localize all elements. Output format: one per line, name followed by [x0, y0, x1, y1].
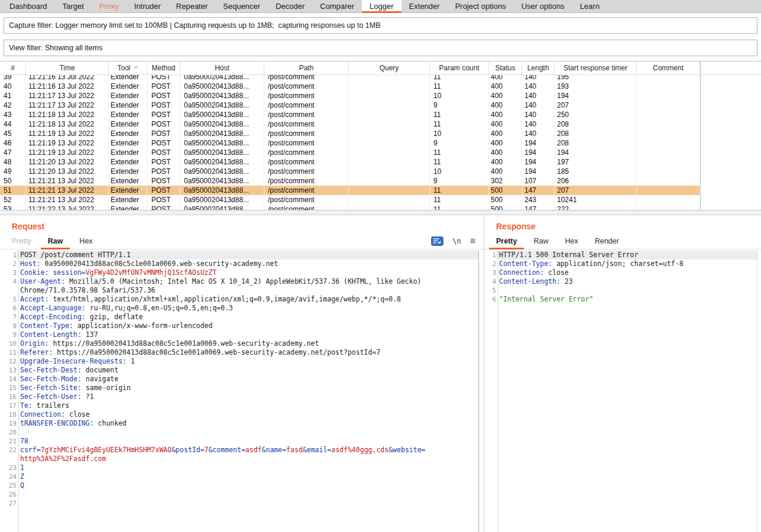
line-content: Content-Type: application/x-www-form-url… [17, 322, 478, 330]
top-tab-proxy[interactable]: Proxy [92, 0, 127, 12]
log-row-41[interactable]: 4111:21:17 13 Jul 2022ExtenderPOST0a9500… [0, 91, 761, 100]
top-tab-decoder[interactable]: Decoder [268, 0, 312, 12]
cell-tool: Extender [109, 148, 147, 157]
editor-line: 5 [484, 286, 757, 295]
top-tab-project-options[interactable]: Project options [448, 0, 514, 12]
cell-comment [637, 91, 700, 100]
cell-filler [700, 205, 761, 210]
line-number: 24 [0, 472, 17, 481]
newline-icon[interactable]: \n [452, 237, 461, 245]
line-content: Connection: close [17, 410, 478, 419]
log-row-52[interactable]: 5211:21:21 13 Jul 2022ExtenderPOST0a9500… [0, 195, 761, 205]
response-editor[interactable]: 1HTTP/1.1 500 Internal Server Error2Cont… [484, 251, 757, 532]
log-row-39[interactable]: 3911:21:16 13 Jul 2022ExtenderPOST0a9500… [0, 75, 761, 82]
top-tab-intruder[interactable]: Intruder [127, 0, 169, 12]
column-header-host[interactable]: Host [180, 61, 264, 74]
line-content: Sec-Fetch-Site: same-origin [17, 384, 478, 392]
cell-host: 0a9500020413d88... [180, 157, 264, 167]
line-number: 12 [0, 357, 17, 366]
log-row-53[interactable]: 5311:21:22 13 Jul 2022ExtenderPOST0a9500… [0, 205, 761, 210]
column-header-status[interactable]: Status [489, 61, 522, 74]
top-tab-comparer[interactable]: Comparer [312, 0, 362, 12]
response-tab-pretty[interactable]: Pretty [496, 235, 517, 249]
cell-tool: Extender [109, 138, 147, 148]
cell-id: 46 [0, 138, 26, 148]
response-panel-title: Response [484, 215, 761, 231]
log-row-46[interactable]: 4611:21:19 13 Jul 2022ExtenderPOST0a9500… [0, 138, 761, 148]
top-tab-repeater[interactable]: Repeater [169, 0, 215, 12]
line-number: 13 [0, 366, 17, 375]
cell-start-response-timer: 207 [555, 186, 637, 195]
log-row-44[interactable]: 4411:21:18 13 Jul 2022ExtenderPOST0a9500… [0, 119, 761, 129]
log-row-45[interactable]: 4511:21:19 13 Jul 2022ExtenderPOST0a9500… [0, 129, 761, 138]
cell-length: 140 [522, 100, 555, 110]
editor-line: 7Accept-Encoding: gzip, deflate [0, 313, 478, 322]
column-label: Comment [653, 64, 684, 72]
response-tab-hex[interactable]: Hex [565, 235, 578, 249]
line-number: 6 [484, 295, 496, 304]
capture-filter-text: Capture filter: Logger memory limit set … [9, 21, 381, 30]
top-tab-dashboard[interactable]: Dashboard [2, 0, 55, 12]
request-editor[interactable]: 1POST /post/comment HTTP/1.12Host: 0a950… [0, 251, 479, 532]
pretty-print-icon[interactable] [431, 236, 443, 246]
cell-param-count: 10 [430, 129, 489, 138]
editor-line: 4Content-Length: 23 [484, 277, 757, 286]
line-content [17, 490, 478, 499]
cell-query [349, 176, 430, 186]
log-row-50[interactable]: 5011:21:21 13 Jul 2022ExtenderPOST0a9500… [0, 176, 761, 186]
cell-path: /post/comment [264, 119, 349, 129]
log-row-47[interactable]: 4711:21:19 13 Jul 2022ExtenderPOST0a9500… [0, 148, 761, 157]
log-row-42[interactable]: 4211:21:17 13 Jul 2022ExtenderPOST0a9500… [0, 100, 761, 110]
request-tab-hex[interactable]: Hex [79, 235, 92, 249]
cell-comment [637, 119, 700, 129]
column-header-tool[interactable]: Tool^ [109, 61, 147, 74]
column-header-number[interactable]: # [0, 61, 26, 74]
request-tab-pretty[interactable]: Pretty [12, 235, 31, 249]
cell-comment [637, 100, 700, 110]
log-table-body: 3911:21:16 13 Jul 2022ExtenderPOST0a9500… [0, 75, 761, 210]
column-header-path[interactable]: Path [264, 61, 349, 74]
cell-length: 194 [522, 157, 555, 167]
menu-icon[interactable]: ≡ [470, 236, 475, 246]
view-filter-bar[interactable]: View filter: Showing all items [4, 40, 757, 56]
capture-filter-bar[interactable]: Capture filter: Logger memory limit set … [4, 17, 757, 34]
cell-id: 40 [0, 82, 26, 91]
line-number: 19 [0, 419, 17, 428]
cell-host: 0a9500020413d88... [180, 148, 264, 157]
line-content: tRANSFER-ENCODING: chunked [17, 419, 478, 428]
cell-comment [637, 186, 700, 195]
column-header-comment[interactable]: Comment [637, 61, 700, 74]
log-row-49[interactable]: 4911:21:20 13 Jul 2022ExtenderPOST0a9500… [0, 167, 761, 176]
top-tab-extender[interactable]: Extender [401, 0, 448, 12]
log-row-48[interactable]: 4811:21:20 13 Jul 2022ExtenderPOST0a9500… [0, 157, 761, 167]
top-tab-user-options[interactable]: User options [514, 0, 572, 12]
log-row-43[interactable]: 4311:21:18 13 Jul 2022ExtenderPOST0a9500… [0, 110, 761, 119]
cell-start-response-timer: 185 [555, 167, 637, 176]
line-number: 20 [0, 428, 17, 437]
column-header-time[interactable]: Time [26, 61, 109, 74]
top-tab-logger[interactable]: Logger [362, 0, 401, 12]
request-tab-raw[interactable]: Raw [48, 235, 63, 249]
editor-line: 231 [0, 463, 478, 472]
cell-param-count: 10 [430, 167, 489, 176]
response-tab-render[interactable]: Render [595, 235, 619, 249]
column-header-start-response-timer[interactable]: Start response timer [555, 61, 637, 74]
top-tab-target[interactable]: Target [55, 0, 92, 12]
column-header-query[interactable]: Query [349, 61, 430, 74]
column-header-length[interactable]: Length [522, 61, 555, 74]
column-header-method[interactable]: Method [147, 61, 180, 74]
cell-method: POST [147, 129, 180, 138]
log-row-40[interactable]: 4011:21:16 13 Jul 2022ExtenderPOST0a9500… [0, 82, 761, 91]
response-tab-raw[interactable]: Raw [533, 235, 548, 249]
log-table: #TimeTool^MethodHostPathQueryParam count… [0, 61, 761, 210]
top-tab-sequencer[interactable]: Sequencer [215, 0, 268, 12]
line-content: Upgrade-Insecure-Requests: 1 [17, 357, 478, 366]
cell-query [349, 157, 430, 167]
horizontal-splitter[interactable] [0, 210, 761, 215]
cell-id: 52 [0, 195, 26, 205]
log-row-51[interactable]: 5111:21:21 13 Jul 2022ExtenderPOST0a9500… [0, 186, 761, 195]
column-header-param-count[interactable]: Param count [430, 61, 489, 74]
cell-host: 0a9500020413d88... [180, 205, 264, 210]
cell-tool: Extender [109, 129, 147, 138]
top-tab-learn[interactable]: Learn [572, 0, 607, 12]
